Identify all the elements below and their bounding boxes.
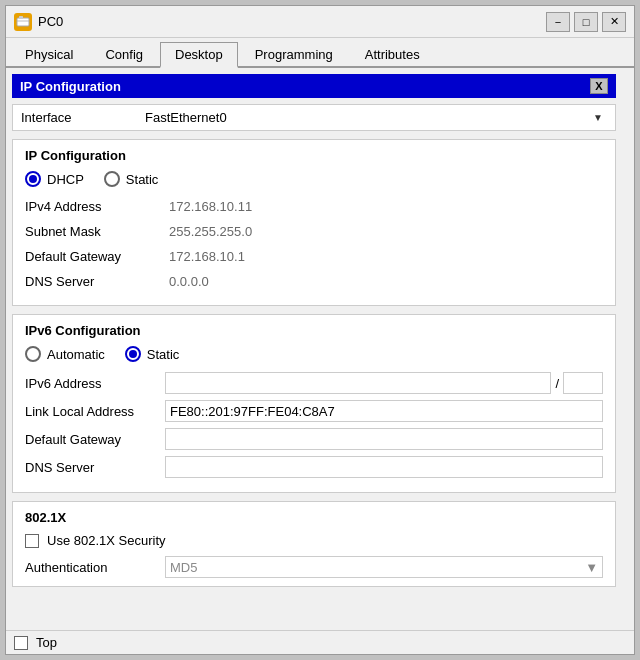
ipv6-section-title: IPv6 Configuration: [25, 323, 603, 338]
ipv4-address-label: IPv4 Address: [25, 199, 165, 214]
svg-rect-1: [19, 16, 23, 19]
window-controls: − □ ✕: [546, 12, 626, 32]
ipv6-dns-server-label: DNS Server: [25, 460, 165, 475]
dns-server-value: 0.0.0.0: [165, 272, 603, 291]
ipv6-radio-row: Automatic Static: [25, 346, 603, 362]
dhcp-radio-circle: [25, 171, 41, 187]
default-gateway-label: Default Gateway: [25, 249, 165, 264]
ipv6-dns-server-row: DNS Server: [25, 456, 603, 478]
ipv6-static-radio[interactable]: Static: [125, 346, 180, 362]
static-radio[interactable]: Static: [104, 171, 159, 187]
static-label: Static: [126, 172, 159, 187]
ipv6-address-input-group: /: [165, 372, 603, 394]
ipv4-address-row: IPv4 Address 172.168.10.11: [25, 197, 603, 216]
dhcp-label: DHCP: [47, 172, 84, 187]
authentication-value: MD5: [170, 560, 197, 575]
ipv6-dns-server-input[interactable]: [165, 456, 603, 478]
ipv4-address-value: 172.168.10.11: [165, 197, 603, 216]
ip-config-close-button[interactable]: X: [590, 78, 608, 94]
ipv4-section: IP Configuration DHCP Static IPv4 Ad: [12, 139, 616, 306]
interface-label: Interface: [21, 110, 141, 125]
interface-value: FastEthernet0: [145, 110, 227, 125]
section-802: 802.1X Use 802.1X Security Authenticatio…: [12, 501, 616, 587]
dns-server-label: DNS Server: [25, 274, 165, 289]
content-wrapper: IP Configuration X Interface FastEtherne…: [6, 68, 634, 630]
ipv6-slash: /: [553, 376, 561, 391]
ipv6-address-input[interactable]: [165, 372, 551, 394]
title-bar: PC0 − □ ✕: [6, 6, 634, 38]
ip-config-title: IP Configuration: [20, 79, 121, 94]
interface-row: Interface FastEthernet0 ▼: [12, 104, 616, 131]
dns-server-row: DNS Server 0.0.0.0: [25, 272, 603, 291]
close-button[interactable]: ✕: [602, 12, 626, 32]
static-radio-circle: [104, 171, 120, 187]
link-local-row: Link Local Address: [25, 400, 603, 422]
ipv6-automatic-radio[interactable]: Automatic: [25, 346, 105, 362]
ipv6-static-label: Static: [147, 347, 180, 362]
use-802-label: Use 802.1X Security: [47, 533, 166, 548]
auth-dropdown-arrow: ▼: [585, 560, 598, 575]
subnet-mask-value: 255.255.255.0: [165, 222, 603, 241]
bottom-bar: Top: [6, 630, 634, 654]
use-802-checkbox[interactable]: [25, 534, 39, 548]
ipv6-section: IPv6 Configuration Automatic Static IPv6…: [12, 314, 616, 493]
default-gateway-value: 172.168.10.1: [165, 247, 603, 266]
tab-bar: Physical Config Desktop Programming Attr…: [6, 38, 634, 68]
default-gateway-row: Default Gateway 172.168.10.1: [25, 247, 603, 266]
ipv6-default-gateway-label: Default Gateway: [25, 432, 165, 447]
tab-desktop[interactable]: Desktop: [160, 42, 238, 68]
window-icon: [14, 13, 32, 31]
ipv4-radio-row: DHCP Static: [25, 171, 603, 187]
dhcp-radio[interactable]: DHCP: [25, 171, 84, 187]
tab-programming[interactable]: Programming: [240, 42, 348, 66]
ipv6-automatic-radio-circle: [25, 346, 41, 362]
tab-config[interactable]: Config: [90, 42, 158, 66]
ipv6-default-gateway-input[interactable]: [165, 428, 603, 450]
minimize-button[interactable]: −: [546, 12, 570, 32]
svg-rect-0: [17, 18, 29, 26]
ipv6-address-label: IPv6 Address: [25, 376, 165, 391]
interface-dropdown-arrow: ▼: [593, 112, 603, 123]
ipv6-static-radio-circle: [125, 346, 141, 362]
use-802-row: Use 802.1X Security: [25, 533, 603, 548]
ipv6-automatic-label: Automatic: [47, 347, 105, 362]
link-local-input[interactable]: [165, 400, 603, 422]
top-checkbox-row: Top: [14, 635, 57, 650]
tab-attributes[interactable]: Attributes: [350, 42, 435, 66]
ipv6-prefix-input[interactable]: [563, 372, 603, 394]
main-window: PC0 − □ ✕ Physical Config Desktop Progra…: [5, 5, 635, 655]
tab-physical[interactable]: Physical: [10, 42, 88, 66]
section-802-title: 802.1X: [25, 510, 603, 525]
maximize-button[interactable]: □: [574, 12, 598, 32]
window-title: PC0: [38, 14, 546, 29]
authentication-label: Authentication: [25, 560, 165, 575]
subnet-mask-row: Subnet Mask 255.255.255.0: [25, 222, 603, 241]
ipv6-address-row: IPv6 Address /: [25, 372, 603, 394]
auth-row: Authentication MD5 ▼: [25, 556, 603, 578]
ipv4-section-title: IP Configuration: [25, 148, 603, 163]
top-checkbox[interactable]: [14, 636, 28, 650]
interface-select[interactable]: FastEthernet0 ▼: [141, 109, 607, 126]
link-local-label: Link Local Address: [25, 404, 165, 419]
subnet-mask-label: Subnet Mask: [25, 224, 165, 239]
ipv6-default-gateway-row: Default Gateway: [25, 428, 603, 450]
content-area: IP Configuration X Interface FastEtherne…: [6, 68, 634, 630]
ip-config-header: IP Configuration X: [12, 74, 616, 98]
top-label: Top: [36, 635, 57, 650]
authentication-select[interactable]: MD5 ▼: [165, 556, 603, 578]
